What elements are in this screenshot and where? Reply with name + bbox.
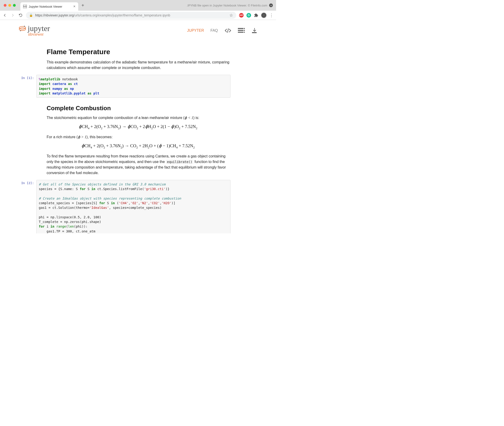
paragraph: For a rich mixture (ϕ > 1), this becomes… xyxy=(47,134,230,140)
code-input[interactable]: %matplotlib notebook import cantera as c… xyxy=(36,75,231,98)
url-text: https://nbviewer.jupyter.org/urls/canter… xyxy=(35,14,170,17)
svg-rect-1 xyxy=(238,30,244,31)
svg-rect-2 xyxy=(238,32,244,33)
forward-button[interactable] xyxy=(10,13,15,18)
browser-tabbar: NB Jupyter Notebook Viewer × + .IPYNB fi… xyxy=(0,0,276,11)
code-input[interactable]: # Get all of the Species objects defined… xyxy=(36,180,231,233)
browser-tab[interactable]: NB Jupyter Notebook Viewer × xyxy=(20,2,78,11)
logo-text: jupyter xyxy=(28,24,50,33)
execute-binder-icon[interactable] xyxy=(238,28,245,34)
tab-close-icon[interactable]: × xyxy=(73,4,76,8)
maximize-window-button[interactable] xyxy=(13,4,16,7)
close-window-button[interactable] xyxy=(4,4,7,7)
profile-avatar[interactable] xyxy=(261,13,266,18)
nbviewer-nav: JUPYTER FAQ xyxy=(187,28,257,34)
inline-code: equilibrate() xyxy=(166,160,194,164)
notebook-content: Flame Temperature This example demonstra… xyxy=(19,48,257,233)
bookmark-star-icon[interactable]: ☆ xyxy=(229,13,233,18)
grammarly-extension-icon[interactable]: G xyxy=(246,13,251,18)
back-button[interactable] xyxy=(2,13,7,18)
lock-icon: 🔒 xyxy=(29,14,33,17)
svg-rect-3 xyxy=(244,28,245,29)
browser-toolbar: 🔒 https://nbviewer.jupyter.org/urls/cant… xyxy=(0,11,276,20)
jupyter-logo-icon xyxy=(19,26,26,31)
download-icon[interactable] xyxy=(251,28,257,34)
caption-text: .IPYNB file open in Jupyter Notebook Vie… xyxy=(187,4,267,7)
page-scroll-area[interactable]: jupyter nbviewer JUPYTER FAQ Flame Tempe… xyxy=(0,20,276,233)
nav-jupyter-link[interactable]: JUPYTER xyxy=(187,28,204,33)
equation-1: ϕCH4 + 2(O2 + 3.76N2) → ϕCO2 + 2ϕH2O + 2… xyxy=(47,124,230,130)
svg-rect-4 xyxy=(244,30,245,31)
tab-favicon: NB xyxy=(23,5,27,8)
caption-dropdown-icon[interactable]: ▾ xyxy=(269,3,273,7)
window-controls xyxy=(4,4,16,7)
cell-prompt: In [2]: xyxy=(19,180,36,233)
tab-title: Jupyter Notebook Viewer xyxy=(29,5,71,8)
new-tab-button[interactable]: + xyxy=(81,3,84,8)
page-title: Flame Temperature xyxy=(47,48,230,56)
code-cell-1: In [1]: %matplotlib notebook import cant… xyxy=(19,75,231,98)
intro-paragraph: This example demonstrates calculation of… xyxy=(47,59,230,71)
section-heading: Complete Combustion xyxy=(47,105,230,112)
equation-2: ϕCH4 + 2(O2 + 3.76N2) → CO2 + 2H2O + (ϕ … xyxy=(47,143,230,149)
paragraph: To find the flame temperature resulting … xyxy=(47,154,230,176)
minimize-window-button[interactable] xyxy=(8,4,11,7)
view-source-icon[interactable] xyxy=(224,28,231,33)
cell-prompt: In [1]: xyxy=(19,75,36,98)
logo-subtitle: nbviewer xyxy=(28,32,50,37)
nbviewer-header: jupyter nbviewer JUPYTER FAQ xyxy=(19,24,257,42)
adblock-extension-icon[interactable]: ABP xyxy=(239,13,244,18)
reload-button[interactable] xyxy=(18,13,23,18)
code-cell-2: In [2]: # Get all of the Species objects… xyxy=(19,180,231,233)
svg-rect-5 xyxy=(244,32,245,33)
nav-faq-link[interactable]: FAQ xyxy=(210,28,218,33)
svg-rect-0 xyxy=(238,28,244,29)
address-bar[interactable]: 🔒 https://nbviewer.jupyter.org/urls/cant… xyxy=(26,12,236,19)
browser-menu-icon[interactable]: ⋮ xyxy=(269,13,274,18)
tabbar-caption: .IPYNB file open in Jupyter Notebook Vie… xyxy=(187,0,273,11)
extensions-icon[interactable] xyxy=(254,13,259,18)
paragraph: The stoichiometric equation for complete… xyxy=(47,115,230,121)
jupyter-logo[interactable]: jupyter nbviewer xyxy=(19,24,50,37)
